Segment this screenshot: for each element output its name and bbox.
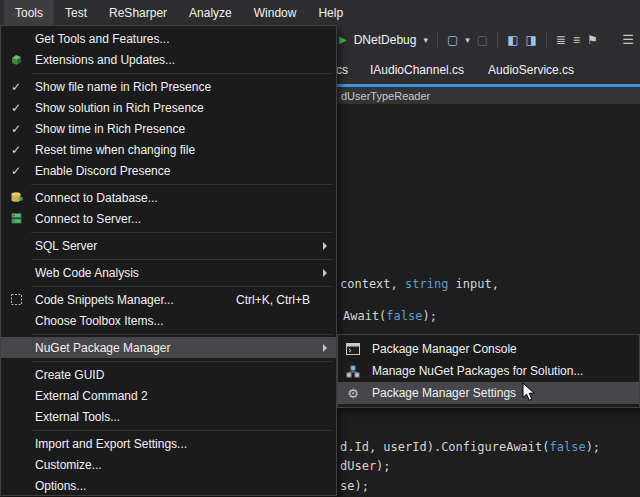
bookmark-flag-icon[interactable]: ⚑: [587, 34, 598, 46]
chevron-down-icon[interactable]: ▾: [465, 35, 470, 45]
menu-item-enable-discord-presence[interactable]: ✓ Enable Discord Presence: [1, 160, 336, 181]
square-icon[interactable]: ▢: [477, 34, 488, 46]
shortcut-label: Ctrl+K, Ctrl+B: [236, 293, 310, 307]
submenu-arrow-icon: [323, 344, 327, 352]
menu-item-nuget-package-manager[interactable]: NuGet Package Manager: [1, 337, 336, 358]
server-connect-icon: [1, 208, 31, 229]
tab-label: AudioService.cs: [488, 63, 574, 77]
tools-menu: Get Tools and Features... Extensions and…: [0, 25, 337, 496]
menu-item-label: Manage NuGet Packages for Solution...: [372, 364, 583, 378]
code-text: );: [422, 309, 436, 323]
code-line[interactable]: Await(false);: [343, 309, 437, 323]
menu-item-label: Package Manager Settings: [372, 386, 516, 400]
menu-item-label: Extensions and Updates...: [35, 53, 175, 67]
code-keyword: false: [550, 440, 586, 454]
menu-item-choose-toolbox-items[interactable]: Choose Toolbox Items...: [1, 310, 336, 331]
pane-left-icon[interactable]: ◧: [507, 34, 518, 46]
menu-item-label: Connect to Database...: [35, 191, 158, 205]
menu-item-connect-to-database[interactable]: Connect to Database...: [1, 187, 336, 208]
menu-item-external-tools[interactable]: External Tools...: [1, 406, 336, 427]
toolbar-separator: [437, 32, 438, 48]
menu-item-label: Create GUID: [35, 368, 104, 382]
checkmark-icon: ✓: [1, 160, 31, 181]
gear-icon: ⚙: [338, 382, 368, 404]
checkmark-icon: ✓: [1, 97, 31, 118]
menubar-window[interactable]: Window: [243, 0, 308, 25]
database-connect-icon: [1, 187, 31, 208]
menu-item-import-and-export-settings[interactable]: Import and Export Settings...: [1, 433, 336, 454]
menu-item-label: Web Code Analysis: [35, 266, 139, 280]
menu-item-label: Customize...: [35, 458, 102, 472]
menu-item-label: NuGet Package Manager: [35, 341, 170, 355]
list-icon[interactable]: ≣: [556, 34, 566, 46]
debug-target-label[interactable]: DNetDebug: [354, 33, 417, 47]
manage-packages-icon: [338, 360, 368, 382]
toolbar-separator: [546, 32, 547, 48]
code-text: Await(: [343, 309, 386, 323]
menu-item-label: Show time in Rich Presence: [35, 122, 185, 136]
vs-window: context, string input, Await(false); d.I…: [0, 0, 640, 497]
menubar-test[interactable]: Test: [54, 0, 98, 25]
code-line[interactable]: dUser);: [340, 459, 391, 473]
menu-item-show-file-name-rich-presence[interactable]: ✓ Show file name in Rich Presence: [1, 76, 336, 97]
square-caret-icon[interactable]: ▢: [447, 34, 458, 46]
menu-item-connect-to-server[interactable]: Connect to Server...: [1, 208, 336, 229]
extensions-icon: [1, 49, 31, 70]
menu-item-get-tools-and-features[interactable]: Get Tools and Features...: [1, 28, 336, 49]
menu-item-options[interactable]: Options...: [1, 475, 336, 496]
menu-item-label: External Tools...: [35, 410, 120, 424]
menu-item-label: Package Manager Console: [372, 342, 517, 356]
menu-item-create-guid[interactable]: Create GUID: [1, 364, 336, 385]
menu-item-manage-nuget-packages-for-solution[interactable]: Manage NuGet Packages for Solution...: [338, 360, 639, 382]
menu-item-package-manager-settings[interactable]: ⚙ Package Manager Settings: [338, 382, 639, 404]
menu-item-label: Options...: [35, 479, 86, 493]
console-icon: [338, 338, 368, 360]
menu-bar: Tools Test ReSharper Analyze Window Help: [0, 0, 640, 25]
menu-item-customize[interactable]: Customize...: [1, 454, 336, 475]
menu-item-label: Import and Export Settings...: [35, 437, 187, 451]
tab-iaudiochannel[interactable]: IAudioChannel.cs: [358, 55, 476, 84]
navigation-breadcrumb[interactable]: dUserTypeReader: [341, 90, 430, 102]
toolbar-overflow-icon[interactable]: ☰: [622, 32, 634, 47]
menubar-label: Help: [318, 6, 343, 20]
start-debugging-icon[interactable]: ▶: [339, 35, 347, 45]
menu-item-package-manager-console[interactable]: Package Manager Console: [338, 338, 639, 360]
mouse-cursor: [522, 382, 536, 402]
nuget-submenu: Package Manager Console Manage NuGet Pac…: [337, 334, 640, 408]
menu-item-reset-time-when-changing-file[interactable]: ✓ Reset time when changing file: [1, 139, 336, 160]
code-text: input,: [448, 277, 499, 291]
pane-right-icon[interactable]: ◨: [526, 34, 537, 46]
chevron-down-icon[interactable]: ▾: [423, 35, 428, 45]
tab-label: cs: [336, 63, 348, 77]
code-text: context,: [340, 277, 405, 291]
menubar-resharper[interactable]: ReSharper: [98, 0, 178, 25]
code-text: dUser);: [340, 459, 391, 473]
menu-item-show-solution-rich-presence[interactable]: ✓ Show solution in Rich Presence: [1, 97, 336, 118]
code-line[interactable]: se);: [340, 479, 369, 493]
menu-item-label: Reset time when changing file: [35, 143, 195, 157]
menubar-help[interactable]: Help: [307, 0, 354, 25]
checkmark-icon: ✓: [1, 118, 31, 139]
tab-audioservice[interactable]: AudioService.cs: [476, 55, 586, 84]
code-text: se);: [340, 479, 369, 493]
toolbar-separator: [497, 32, 498, 48]
list-icon-2[interactable]: ≡: [573, 34, 580, 46]
menubar-analyze[interactable]: Analyze: [178, 0, 243, 25]
menu-item-sql-server[interactable]: SQL Server: [1, 235, 336, 256]
menu-item-show-time-rich-presence[interactable]: ✓ Show time in Rich Presence: [1, 118, 336, 139]
menu-item-extensions-and-updates[interactable]: Extensions and Updates...: [1, 49, 336, 70]
menu-item-code-snippets-manager[interactable]: Code Snippets Manager... Ctrl+K, Ctrl+B: [1, 289, 336, 310]
code-line[interactable]: context, string input,: [340, 277, 499, 291]
menu-item-label: Show file name in Rich Presence: [35, 80, 211, 94]
menu-item-label: Enable Discord Presence: [35, 164, 170, 178]
menubar-tools[interactable]: Tools: [4, 0, 54, 25]
submenu-arrow-icon: [323, 242, 327, 250]
submenu-arrow-icon: [323, 269, 327, 277]
menu-item-web-code-analysis[interactable]: Web Code Analysis: [1, 262, 336, 283]
tab-label: IAudioChannel.cs: [370, 63, 464, 77]
code-text: );: [586, 440, 600, 454]
code-text: d.Id, userId).ConfigureAwait(: [340, 440, 550, 454]
menubar-label: Analyze: [189, 6, 232, 20]
code-line[interactable]: d.Id, userId).ConfigureAwait(false);: [340, 440, 600, 454]
menu-item-external-command-2[interactable]: External Command 2: [1, 385, 336, 406]
